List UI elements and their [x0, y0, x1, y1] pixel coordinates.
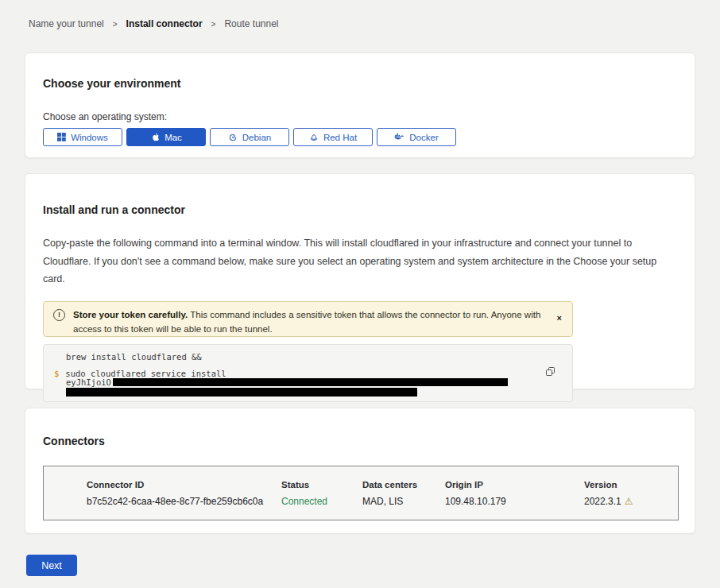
close-icon[interactable]: ×	[557, 314, 562, 323]
os-button-label: Red Hat	[323, 133, 357, 142]
connector-id-value: b7c52c42-6caa-48ee-8c77-fbe259cb6c0a	[87, 496, 281, 507]
status-badge: Connected	[281, 496, 362, 507]
install-command-codeblock: brew install cloudflared && $ sudo cloud…	[43, 344, 573, 402]
os-button-row: Windows Mac Debian Red Hat	[43, 128, 677, 146]
code-line-brew: brew install cloudflared &&	[66, 353, 572, 362]
breadcrumb-item-install-connector[interactable]: Install connector	[126, 18, 203, 29]
alert-circle-icon: !	[53, 309, 65, 321]
token-warning-banner: ! Store your token carefully. This comma…	[43, 301, 573, 337]
redacted-token-bar	[113, 378, 508, 386]
column-header-connector-id: Connector ID	[87, 480, 281, 489]
column-header-status: Status	[281, 480, 362, 489]
os-button-label: Debian	[242, 133, 271, 142]
windows-icon	[57, 133, 66, 141]
redacted-token-bar	[66, 388, 417, 397]
token-prefix-text: eyJhIjoiO	[66, 378, 111, 387]
install-connector-card: Install and run a connector Copy-paste t…	[25, 173, 695, 389]
os-button-windows[interactable]: Windows	[43, 128, 122, 146]
next-button[interactable]: Next	[26, 555, 77, 576]
version-value: 2022.3.1⚠	[584, 496, 678, 507]
copy-command-button[interactable]	[546, 367, 555, 379]
column-header-version: Version	[584, 480, 678, 489]
choose-environment-card: Choose your environment Choose an operat…	[25, 52, 695, 158]
os-button-label: Windows	[71, 133, 108, 142]
redhat-icon	[309, 133, 319, 142]
breadcrumb-item-route-tunnel[interactable]: Route tunnel	[224, 18, 278, 29]
debian-icon	[228, 133, 238, 142]
breadcrumb-separator: >	[211, 20, 216, 29]
os-button-docker[interactable]: Docker	[377, 128, 456, 146]
docker-icon	[394, 133, 405, 141]
os-button-debian[interactable]: Debian	[210, 128, 289, 146]
version-number: 2022.3.1	[584, 496, 621, 507]
breadcrumb: Name your tunnel > Install connector > R…	[0, 0, 720, 29]
version-warning-icon: ⚠	[625, 496, 633, 507]
os-button-mac[interactable]: Mac	[126, 128, 206, 146]
choose-environment-title: Choose your environment	[43, 77, 677, 90]
code-line-sudo: $ sudo cloudflared service install	[54, 369, 572, 378]
copy-icon	[546, 367, 555, 379]
token-warning-text: Store your token carefully. This command…	[73, 308, 544, 336]
tunnel-setup-page: Name your tunnel > Install connector > R…	[0, 0, 720, 588]
data-centers-value: MAD, LIS	[362, 496, 445, 507]
code-command-text: sudo cloudflared service install	[65, 369, 226, 378]
os-button-redhat[interactable]: Red Hat	[293, 128, 373, 146]
column-header-data-centers: Data centers	[362, 480, 445, 489]
breadcrumb-item-name-your-tunnel[interactable]: Name your tunnel	[29, 18, 104, 29]
token-warning-title: Store your token carefully.	[73, 310, 188, 319]
os-button-label: Docker	[409, 133, 438, 142]
install-connector-title: Install and run a connector	[43, 203, 677, 216]
apple-icon	[150, 132, 160, 142]
install-description: Copy-paste the following command into a …	[43, 234, 677, 288]
code-line-token: eyJhIjoiO	[66, 378, 572, 387]
connectors-table: Connector ID Status Data centers Origin …	[43, 466, 679, 520]
connectors-title: Connectors	[43, 435, 677, 447]
connectors-card: Connectors Connector ID Status Data cent…	[25, 408, 695, 534]
origin-ip-value: 109.48.10.179	[445, 496, 584, 507]
os-select-label: Choose an operating system:	[43, 111, 677, 122]
column-header-origin-ip: Origin IP	[445, 480, 584, 489]
breadcrumb-separator: >	[113, 20, 118, 29]
os-button-label: Mac	[165, 133, 182, 142]
shell-prompt: $	[54, 369, 59, 378]
